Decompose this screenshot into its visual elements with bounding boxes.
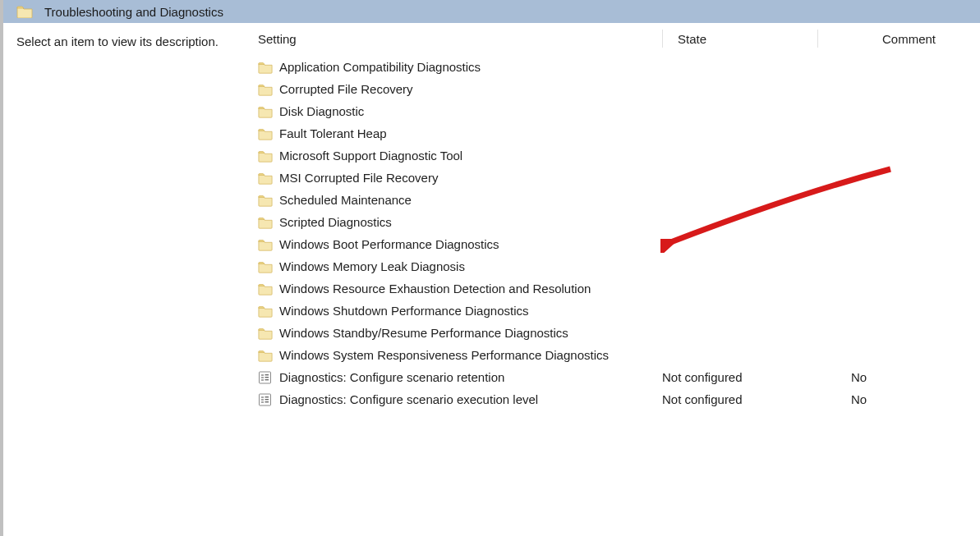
folder-icon <box>258 61 273 74</box>
list-pane: Setting State Comment Application Compat… <box>251 23 980 536</box>
setting-row[interactable]: Diagnostics: Configure scenario executio… <box>251 388 980 410</box>
cell-setting: Windows Memory Leak Diagnosis <box>251 259 662 273</box>
folder-row[interactable]: Scripted Diagnostics <box>251 211 980 233</box>
titlebar-title: Troubleshooting and Diagnostics <box>44 5 223 19</box>
folder-row[interactable]: Scheduled Maintenance <box>251 189 980 211</box>
folder-row[interactable]: Microsoft Support Diagnostic Tool <box>251 144 980 167</box>
row-label: Corrupted File Recovery <box>279 82 413 96</box>
description-prompt: Select an item to view its description. <box>16 34 219 48</box>
folder-icon <box>258 282 273 295</box>
folder-icon <box>258 172 273 185</box>
svg-rect-5 <box>265 377 269 378</box>
cell-setting: Diagnostics: Configure scenario retentio… <box>251 370 662 384</box>
titlebar: Troubleshooting and Diagnostics <box>3 0 980 23</box>
row-label: Windows Boot Performance Diagnostics <box>279 237 499 251</box>
folder-row[interactable]: Windows Boot Performance Diagnostics <box>251 233 980 255</box>
folder-row[interactable]: Application Compatibility Diagnostics <box>251 56 980 78</box>
row-label: Fault Tolerant Heap <box>279 126 387 140</box>
row-label: Scripted Diagnostics <box>279 215 392 229</box>
folder-icon <box>258 349 273 362</box>
cell-state: Not configured <box>662 392 802 406</box>
row-label: Application Compatibility Diagnostics <box>279 60 481 74</box>
rows-container: Application Compatibility DiagnosticsCor… <box>251 54 980 410</box>
folder-row[interactable]: Windows Resource Exhaustion Detection an… <box>251 277 980 300</box>
header-divider <box>817 30 818 48</box>
description-pane: Select an item to view its description. <box>3 23 251 536</box>
cell-comment: No <box>802 370 980 384</box>
cell-setting: Windows Boot Performance Diagnostics <box>251 237 662 251</box>
folder-row[interactable]: Windows Standby/Resume Performance Diagn… <box>251 322 980 344</box>
svg-rect-13 <box>265 401 269 402</box>
folder-icon <box>258 327 273 340</box>
cell-setting: Microsoft Support Diagnostic Tool <box>251 149 662 163</box>
policy-setting-icon <box>258 393 273 406</box>
header-comment[interactable]: Comment <box>833 32 980 46</box>
cell-setting: Windows Standby/Resume Performance Diagn… <box>251 326 662 340</box>
header-state[interactable]: State <box>678 32 817 46</box>
folder-row[interactable]: Windows Shutdown Performance Diagnostics <box>251 300 980 322</box>
folder-row[interactable]: Fault Tolerant Heap <box>251 122 980 144</box>
header-divider <box>662 30 663 48</box>
folder-icon <box>258 260 273 273</box>
folder-icon <box>258 238 273 251</box>
column-headers: Setting State Comment <box>251 23 980 54</box>
content-area: Select an item to view its description. … <box>3 23 980 536</box>
folder-icon <box>258 83 273 96</box>
cell-setting: Corrupted File Recovery <box>251 82 662 96</box>
cell-setting: Windows Resource Exhaustion Detection an… <box>251 282 662 295</box>
row-label: Windows Shutdown Performance Diagnostics <box>279 304 528 318</box>
row-label: Scheduled Maintenance <box>279 193 412 207</box>
row-label: Disk Diagnostic <box>279 104 364 118</box>
cell-setting: Scripted Diagnostics <box>251 215 662 229</box>
cell-setting: Windows Shutdown Performance Diagnostics <box>251 304 662 318</box>
row-label: Windows Resource Exhaustion Detection an… <box>279 282 591 295</box>
row-label: Windows System Responsiveness Performanc… <box>279 348 609 362</box>
policy-setting-icon <box>258 371 273 384</box>
folder-icon <box>258 305 273 318</box>
cell-setting: Diagnostics: Configure scenario executio… <box>251 392 662 406</box>
folder-row[interactable]: MSI Corrupted File Recovery <box>251 167 980 189</box>
cell-setting: Fault Tolerant Heap <box>251 126 662 140</box>
folder-row[interactable]: Windows System Responsiveness Performanc… <box>251 344 980 366</box>
header-setting[interactable]: Setting <box>251 32 662 46</box>
folder-row[interactable]: Corrupted File Recovery <box>251 78 980 100</box>
cell-state: Not configured <box>662 370 802 384</box>
folder-icon <box>258 216 273 229</box>
svg-rect-6 <box>265 379 269 380</box>
cell-setting: Application Compatibility Diagnostics <box>251 60 662 74</box>
svg-rect-11 <box>265 396 269 397</box>
svg-rect-4 <box>265 374 269 375</box>
cell-comment: No <box>802 392 980 406</box>
row-label: Windows Standby/Resume Performance Diagn… <box>279 326 568 340</box>
cell-setting: Disk Diagnostic <box>251 104 662 118</box>
cell-setting: Windows System Responsiveness Performanc… <box>251 348 662 362</box>
row-label: Diagnostics: Configure scenario executio… <box>279 392 538 406</box>
row-label: Windows Memory Leak Diagnosis <box>279 259 465 273</box>
folder-icon <box>258 149 273 163</box>
folder-icon <box>16 5 33 18</box>
folder-icon <box>258 127 273 140</box>
cell-setting: Scheduled Maintenance <box>251 193 662 207</box>
svg-rect-12 <box>265 399 269 400</box>
cell-setting: MSI Corrupted File Recovery <box>251 171 662 185</box>
folder-row[interactable]: Disk Diagnostic <box>251 100 980 122</box>
row-label: Diagnostics: Configure scenario retentio… <box>279 370 504 384</box>
setting-row[interactable]: Diagnostics: Configure scenario retentio… <box>251 366 980 388</box>
folder-icon <box>258 105 273 118</box>
row-label: MSI Corrupted File Recovery <box>279 171 438 185</box>
folder-row[interactable]: Windows Memory Leak Diagnosis <box>251 255 980 277</box>
row-label: Microsoft Support Diagnostic Tool <box>279 149 462 163</box>
folder-icon <box>258 194 273 207</box>
